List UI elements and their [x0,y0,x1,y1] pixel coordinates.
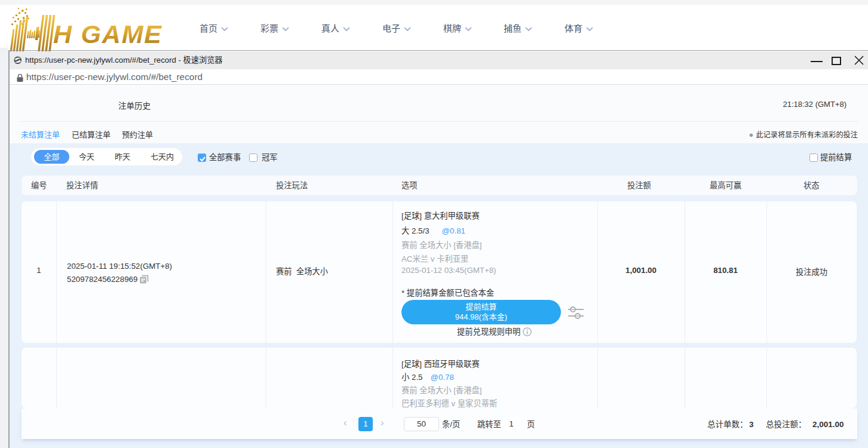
svg-text:H GAME: H GAME [53,20,162,48]
